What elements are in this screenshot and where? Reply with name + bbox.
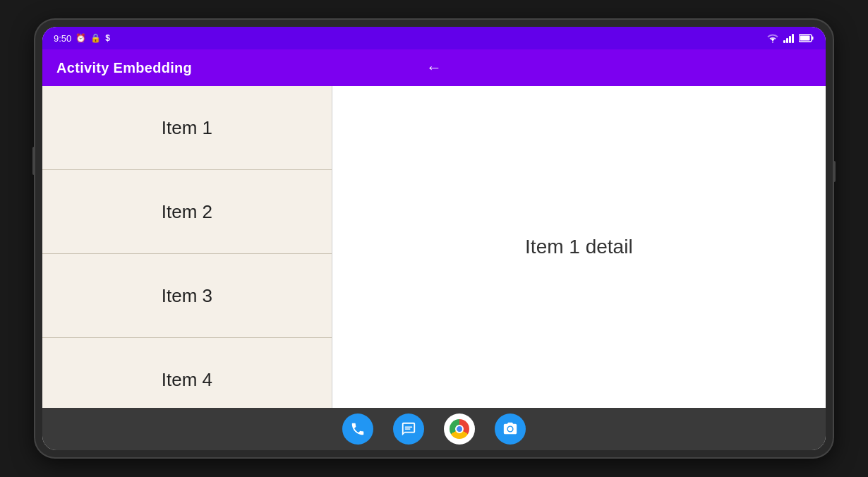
svg-rect-6 (800, 36, 810, 41)
nav-camera-button[interactable] (495, 413, 526, 445)
status-bar: 9:50 ⏰ 🔒 $ (42, 27, 826, 49)
svg-rect-1 (786, 38, 788, 43)
list-item-2[interactable]: Item 2 (42, 170, 332, 254)
chrome-inner (455, 425, 464, 433)
time-display: 9:50 (54, 33, 71, 44)
svg-rect-2 (789, 36, 791, 43)
content-area: Item 1 Item 2 Item 3 Item 4 Item 1 detai… (42, 86, 826, 408)
chrome-icon (450, 419, 469, 439)
list-item-4-label: Item 4 (162, 369, 212, 391)
pay-icon: $ (105, 33, 110, 43)
signal-icon (783, 33, 795, 43)
nav-messages-button[interactable] (393, 413, 424, 445)
phone-icon (350, 421, 366, 437)
list-panel: Item 1 Item 2 Item 3 Item 4 (42, 86, 332, 408)
detail-panel: Item 1 detail (332, 86, 826, 408)
svg-rect-3 (792, 34, 794, 43)
list-item-4[interactable]: Item 4 (42, 338, 332, 408)
tablet-frame: 9:50 ⏰ 🔒 $ (35, 20, 833, 457)
nav-phone-button[interactable] (342, 413, 373, 445)
list-item-2-label: Item 2 (162, 201, 212, 223)
status-right (766, 33, 814, 43)
svg-rect-0 (783, 40, 785, 43)
alarm-icon: ⏰ (76, 33, 86, 43)
status-left: 9:50 ⏰ 🔒 $ (54, 33, 110, 44)
list-item-1-label: Item 1 (162, 117, 212, 139)
nav-bar (42, 408, 826, 450)
app-bar: Activity Embedding ← (42, 49, 826, 86)
camera-icon (502, 421, 518, 437)
screen: 9:50 ⏰ 🔒 $ (42, 27, 826, 450)
messages-icon (401, 421, 416, 437)
wifi-icon (766, 33, 779, 43)
app-bar-title: Activity Embedding (56, 60, 192, 76)
lock-icon: 🔒 (90, 33, 101, 43)
svg-rect-5 (812, 37, 814, 40)
battery-icon (799, 34, 814, 42)
nav-chrome-button[interactable] (444, 413, 475, 445)
detail-text: Item 1 detail (525, 236, 633, 258)
list-item-3-label: Item 3 (162, 285, 212, 307)
list-item-1[interactable]: Item 1 (42, 86, 332, 170)
list-item-3[interactable]: Item 3 (42, 254, 332, 338)
back-button[interactable]: ← (421, 53, 447, 83)
